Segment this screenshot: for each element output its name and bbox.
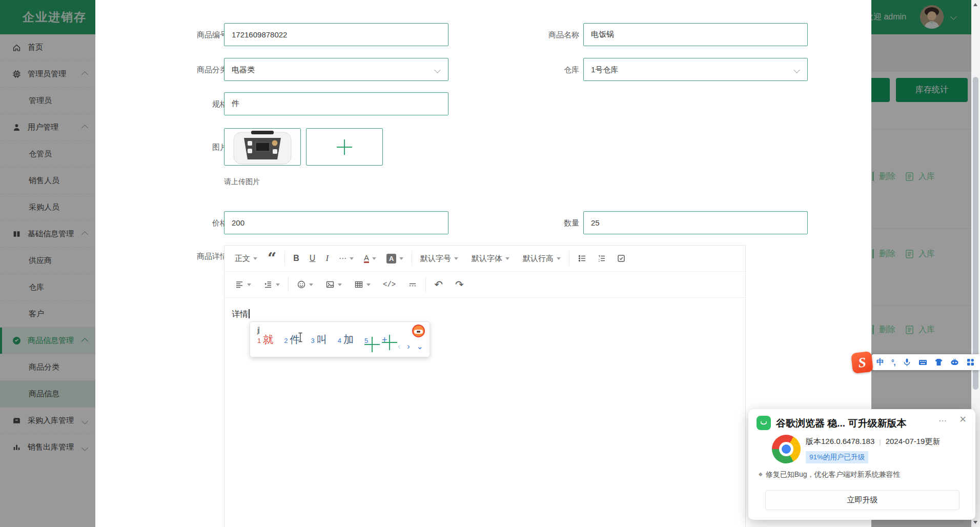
image-upload-button[interactable] xyxy=(306,128,383,166)
divider: | xyxy=(879,438,881,445)
rich-text-editor: 正文 “ B U I ⋯ A A 默认字号 默认字体 默认行高 xyxy=(224,245,746,527)
app-store-icon xyxy=(757,416,771,430)
task-list-button[interactable] xyxy=(617,254,626,263)
version-text: 版本126.0.6478.183 xyxy=(806,437,874,447)
category-select[interactable]: 电器类 xyxy=(224,58,448,81)
text-cursor xyxy=(297,332,303,342)
warehouse-value: 1号仓库 xyxy=(591,65,618,74)
chinese-mode-icon[interactable]: 中 xyxy=(876,357,884,367)
close-icon[interactable]: × xyxy=(959,413,966,426)
ime-prev-page-icon[interactable]: ‹ xyxy=(398,342,400,351)
more-styles-dropdown[interactable]: ⋯ xyxy=(339,254,354,263)
underline-button[interactable]: U xyxy=(310,254,316,263)
editor-toolbar-row2: </> ↶ ↷ xyxy=(224,272,745,298)
ime-nav: ‹ › ⌄ xyxy=(398,341,423,351)
quantity-input[interactable] xyxy=(583,211,808,234)
undo-button[interactable]: ↶ xyxy=(434,280,443,289)
line-height-dropdown[interactable]: 默认行高 xyxy=(523,254,561,264)
ime-candidate-window: j 1就 2件 3叫 4加 5+ ‹ › ⌄ xyxy=(250,321,430,357)
microphone-icon[interactable] xyxy=(903,358,911,367)
ime-candidates: 1就 2件 3叫 4加 5+ xyxy=(257,333,397,352)
toolbox-grid-icon[interactable] xyxy=(966,358,975,367)
adoption-badge: 91%的用户已升级 xyxy=(806,451,868,463)
category-label: 商品分类 xyxy=(161,58,228,81)
price-input[interactable] xyxy=(224,211,448,234)
bold-button[interactable]: B xyxy=(293,254,299,263)
font-color-dropdown[interactable]: A xyxy=(364,254,376,263)
image-dropdown[interactable] xyxy=(325,280,342,289)
release-note: ◆修复已知Bug，优化客户端对新系统兼容性 xyxy=(759,470,901,479)
update-date: 2024-07-19更新 xyxy=(886,437,941,447)
plus-icon xyxy=(307,129,382,165)
italic-button[interactable]: I xyxy=(325,253,329,264)
scrollbar-thumb[interactable] xyxy=(973,77,978,390)
emoji-dropdown[interactable] xyxy=(297,280,313,289)
ime-candidate[interactable]: 5+ xyxy=(364,335,397,352)
blockquote-button[interactable]: “ xyxy=(268,254,276,263)
product-name-label: 商品名称 xyxy=(513,23,579,46)
sogou-logo-letter: S xyxy=(858,354,867,371)
bullet-list-button[interactable] xyxy=(578,254,587,263)
text-caret xyxy=(249,309,250,318)
detail-label: 商品详情 xyxy=(161,251,228,261)
horizontal-rule-button[interactable] xyxy=(408,280,417,289)
spec-input[interactable] xyxy=(224,92,448,115)
scroll-down-arrow[interactable] xyxy=(973,521,977,524)
spec-label: 规格 xyxy=(161,92,228,115)
keyboard-icon[interactable] xyxy=(918,358,927,367)
upload-hint: 请上传图片 xyxy=(224,177,260,187)
ordered-list-button[interactable] xyxy=(597,254,606,263)
ime-candidate[interactable]: 1就 xyxy=(257,333,273,347)
product-no-label: 商品编号 xyxy=(161,23,228,46)
editor-toolbar-row1: 正文 “ B U I ⋯ A A 默认字号 默认字体 默认行高 xyxy=(224,246,745,272)
scroll-up-arrow[interactable] xyxy=(973,3,977,6)
quantity-label: 数量 xyxy=(513,211,579,234)
indent-dropdown[interactable] xyxy=(263,280,280,289)
price-label: 价格 xyxy=(161,211,228,234)
paragraph-style-dropdown[interactable]: 正文 xyxy=(235,254,257,264)
chevron-down-icon xyxy=(434,67,441,73)
code-button[interactable]: </> xyxy=(383,280,396,289)
sogou-toolbar: 中 °, xyxy=(871,354,980,370)
warehouse-label: 仓库 xyxy=(513,58,579,81)
punctuation-icon[interactable]: °, xyxy=(891,358,895,367)
font-family-dropdown[interactable]: 默认字体 xyxy=(472,254,509,264)
more-options-icon[interactable]: ⋯ xyxy=(938,416,948,425)
version-row: 版本126.0.6478.183 | 2024-07-19更新 xyxy=(806,437,940,447)
chrome-update-notification: 谷歌浏览器 稳... 可升级新版本 ⋯ × 版本126.0.6478.183 |… xyxy=(748,409,975,520)
font-size-dropdown[interactable]: 默认字号 xyxy=(420,254,458,264)
redo-button[interactable]: ↷ xyxy=(455,280,464,289)
chrome-logo xyxy=(772,435,801,463)
ime-candidate[interactable]: 3叫 xyxy=(311,333,326,347)
sogou-logo[interactable]: S xyxy=(851,351,873,374)
bg-color-dropdown[interactable]: A xyxy=(386,254,403,264)
category-value: 电器类 xyxy=(232,65,255,74)
detail-text: 详情 xyxy=(232,310,248,318)
ime-next-page-icon[interactable]: › xyxy=(407,342,410,351)
skin-icon[interactable] xyxy=(934,358,943,367)
emoji-game-icon[interactable] xyxy=(950,358,959,367)
warehouse-select[interactable]: 1号仓库 xyxy=(583,58,808,81)
ime-expand-icon[interactable]: ⌄ xyxy=(417,341,423,351)
image-label: 图片 xyxy=(161,135,228,158)
sogou-mascot-icon[interactable] xyxy=(412,325,425,337)
table-dropdown[interactable] xyxy=(354,280,371,289)
product-name-input[interactable] xyxy=(583,23,808,46)
align-dropdown[interactable] xyxy=(235,280,251,289)
ime-candidate[interactable]: 4加 xyxy=(338,333,354,347)
notification-title: 谷歌浏览器 稳... 可升级新版本 xyxy=(776,417,906,430)
bullet-icon: ◆ xyxy=(759,471,763,477)
upgrade-now-button[interactable]: 立即升级 xyxy=(765,490,959,510)
product-image-thumbnail[interactable] xyxy=(224,128,301,166)
rice-cooker-image xyxy=(224,129,300,165)
chevron-down-icon xyxy=(793,67,800,73)
product-no-input[interactable] xyxy=(224,23,448,46)
